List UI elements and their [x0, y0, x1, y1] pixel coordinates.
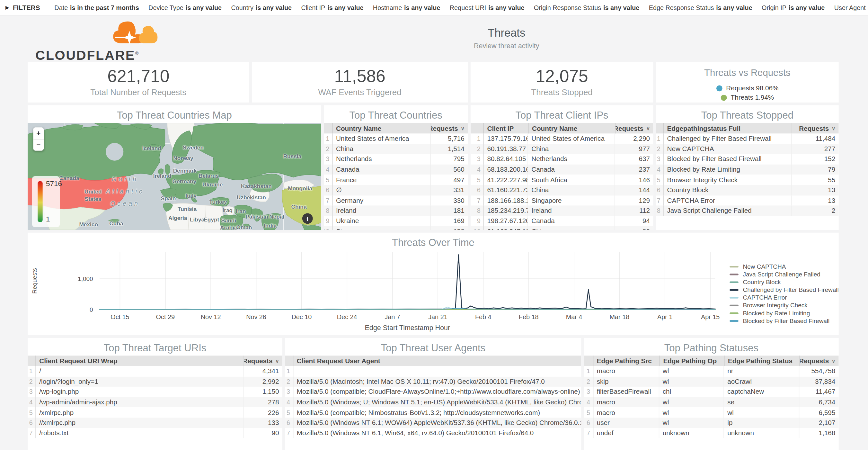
table-cell: 237: [615, 164, 653, 175]
chart-legend-item[interactable]: Blocked by Rate Limiting: [730, 309, 838, 317]
row-index: 7: [656, 196, 664, 206]
x-tick-label: Mar 18: [610, 313, 630, 321]
table-row: 5Mozilla/5.0 (compatible; Nimbostratus-B…: [285, 407, 581, 418]
legend-line-icon: [730, 266, 739, 267]
table-row: 1061.160.247.137China88: [471, 226, 653, 230]
row-index: 4: [471, 164, 484, 175]
filters-toggle[interactable]: ▶ FILTERS: [5, 3, 40, 11]
chart-legend-item[interactable]: Browser Integrity Check: [730, 301, 838, 309]
table-cell: Mozilla/5.0 (compatible; Nimbostratus-Bo…: [293, 407, 581, 418]
table-cell: 2: [792, 206, 838, 216]
filter-chip-country[interactable]: Countryis any value: [231, 4, 292, 11]
table-row: 2skipwlaoCrawl37,834: [584, 377, 839, 387]
table-row: 3filterBasedFirewallchlcaptchaNew11,467: [584, 387, 839, 397]
table-row: 4macrowlse6,734: [584, 397, 839, 407]
table-cell: skip: [593, 377, 659, 387]
stat-threats-stopped: 12,075 Threats Stopped: [471, 62, 653, 102]
table-cell: 277: [792, 144, 838, 154]
column-header-client-request-user-agent: Client Request User Agent: [293, 356, 581, 366]
row-index: 2: [656, 144, 664, 154]
chart-legend-item[interactable]: Country Block: [730, 278, 838, 286]
row-index: 4: [285, 397, 293, 407]
sort-desc-icon: ∨: [461, 125, 464, 131]
table-body: 1137.175.79.166United States of America2…: [471, 133, 653, 230]
zoom-out-button[interactable]: −: [33, 139, 44, 150]
column-header-requests[interactable]: Requests∨: [792, 123, 838, 134]
legend-line-icon: [730, 281, 739, 283]
table-cell: 133: [244, 418, 282, 428]
table-cell: 331: [431, 185, 468, 196]
column-header-requests[interactable]: Requests∨: [244, 356, 282, 366]
filter-chip-hostname[interactable]: Hostnameis any value: [373, 4, 440, 11]
chart-legend-item[interactable]: New CAPTCHA: [730, 263, 838, 270]
table-cell: Mozilla/5.0 (Windows NT 6.1; WOW64) Appl…: [293, 418, 581, 428]
column-header-requests[interactable]: Requests∨: [431, 123, 468, 134]
filter-chip-edge-response-status[interactable]: Edge Response Statusis any value: [649, 4, 752, 11]
row-index: 4: [656, 164, 664, 175]
chart-legend: New CAPTCHAJava Script Challenge FailedC…: [730, 263, 838, 325]
chart-legend-item[interactable]: CAPTCHA Error: [730, 294, 838, 301]
row-index: 10: [324, 226, 333, 230]
table-cell: [293, 366, 581, 377]
legend-label: Blocked by Filter Based Firewall: [743, 317, 830, 324]
cloudflare-cloud-icon: [111, 18, 159, 49]
filter-chip-origin-ip[interactable]: Origin IPis any value: [762, 4, 825, 11]
row-index: 1: [324, 133, 333, 144]
row-index: 9: [471, 216, 484, 226]
tvr-legend-item[interactable]: Requests 98.06%: [716, 84, 778, 92]
table-row: 7Mozilla/5.0 (Windows NT 6.1; Win64; x64…: [285, 428, 581, 438]
table-cell: 137.175.79.166: [484, 133, 528, 144]
threat-map-panel: Top Threat Countries Map: [28, 105, 321, 230]
stat-label: Threats Stopped: [531, 87, 593, 97]
filter-chip-device-type[interactable]: Device Typeis any value: [148, 4, 222, 11]
legend-label: New CAPTCHA: [743, 263, 786, 270]
chart-legend-item[interactable]: Blocked by Filter Based Firewall: [730, 317, 838, 325]
table-cell: ip: [724, 418, 799, 428]
filters-label: FILTERS: [13, 3, 40, 11]
filter-chip-client-ip[interactable]: Client IPis any value: [301, 4, 363, 11]
table-body: 1/4,3412/login/?login_only=12,9923/wp-lo…: [28, 366, 282, 438]
row-index: 1: [471, 133, 484, 144]
tvr-legend-item[interactable]: Threats 1.94%: [721, 93, 774, 101]
table-title: Top Threats Stopped: [656, 105, 839, 123]
legend-line-icon: [730, 320, 739, 322]
table-cell: 330: [431, 196, 468, 206]
map-info-icon[interactable]: i: [302, 213, 313, 224]
table-title: Top Pathing Statuses: [584, 338, 839, 356]
table-cell: Mozilla/5.0 (Macintosh; Intel Mac OS X 1…: [293, 377, 581, 387]
table-cell: 11,467: [799, 387, 838, 397]
row-index: 5: [471, 175, 484, 185]
chart-legend-item[interactable]: Challenged by Filter Based Firewall: [730, 286, 838, 294]
table-cell: Ireland: [333, 206, 431, 216]
legend-line-icon: [730, 297, 739, 298]
column-header-requests[interactable]: Requests∨: [799, 356, 838, 366]
table-cell: 497: [431, 175, 468, 185]
map-canvas[interactable]: CanadaUnited StatesMexicoCubaIcelandIrel…: [28, 123, 321, 230]
table-header-row: Client Request URI WrapRequests∨: [28, 356, 282, 366]
table-row: 1/4,341: [28, 366, 282, 377]
top-threats-stopped-panel: Top Threats Stopped Edgepathingstatus Fu…: [656, 105, 839, 230]
x-tick-label: Jan 21: [428, 313, 447, 321]
table-cell: 6,734: [799, 397, 838, 407]
table-cell: 977: [615, 144, 653, 154]
legend-label: Challenged by Filter Based Firewall: [743, 287, 839, 293]
table-title: Top Threat Target URIs: [28, 338, 282, 356]
stat-value: 12,075: [535, 68, 588, 86]
table-row: 380.82.64.105Netherlands637: [471, 154, 653, 164]
filter-chip-user-agent[interactable]: User Agentis any value: [834, 4, 868, 11]
filter-chip-date[interactable]: Dateis in the past 7 months: [54, 4, 139, 11]
column-header-requests[interactable]: Requests∨: [615, 123, 653, 134]
filter-chip-request-uri[interactable]: Request URIis any value: [450, 4, 525, 11]
table-cell: 79: [792, 164, 838, 175]
table-cell: macro: [593, 407, 659, 418]
zoom-in-button[interactable]: +: [33, 127, 44, 139]
sort-desc-icon: ∨: [646, 125, 650, 131]
table-cell: Canada: [333, 164, 431, 175]
row-index: 1: [584, 366, 593, 377]
table-row: 10Singapore158: [324, 226, 468, 230]
index-header: [28, 356, 36, 366]
index-header: [471, 123, 484, 134]
chart-legend-item[interactable]: Java Script Challenge Failed: [730, 270, 838, 278]
row-index: 6: [656, 185, 664, 196]
filter-chip-origin-response-status[interactable]: Origin Response Statusis any value: [534, 4, 640, 11]
